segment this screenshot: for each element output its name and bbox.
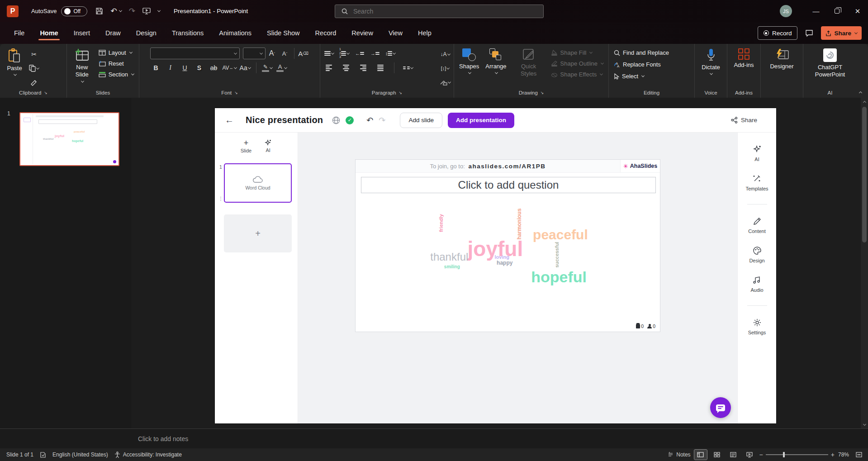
arrange-button[interactable]: Arrange (483, 48, 508, 75)
tab-review[interactable]: Review (344, 25, 381, 41)
user-avatar[interactable]: JS (780, 5, 792, 17)
chat-support-button[interactable] (710, 397, 731, 418)
numbering-button[interactable]: 123 (338, 48, 350, 59)
tab-draw[interactable]: Draw (98, 25, 128, 41)
zoom-slider-track[interactable] (766, 454, 828, 455)
reset-button[interactable]: Reset (96, 59, 136, 68)
fit-to-window-button[interactable] (853, 450, 865, 460)
zoom-level[interactable]: 78% (838, 451, 849, 458)
columns-button[interactable] (402, 62, 414, 74)
change-case-button[interactable]: Aa (239, 62, 251, 74)
addin-slide-thumbnail[interactable]: Word Cloud (224, 163, 292, 203)
justify-button[interactable] (375, 62, 386, 74)
comments-button[interactable] (802, 26, 816, 40)
paste-button[interactable]: Paste (3, 48, 26, 77)
notes-placeholder[interactable]: Click to add notes (138, 435, 188, 442)
strikethrough-button[interactable]: ab (208, 62, 220, 74)
language-button[interactable]: English (United States) (52, 451, 108, 458)
copy-button[interactable] (28, 62, 40, 74)
line-spacing-button[interactable]: ↕ (384, 48, 396, 59)
question-input[interactable]: Click to add question (361, 177, 656, 193)
scroll-down-icon[interactable] (861, 420, 868, 428)
add-slide-button[interactable]: Add slide (400, 113, 442, 128)
zoom-slider-thumb[interactable] (783, 452, 785, 457)
clear-formatting-button[interactable]: A⌫ (298, 48, 309, 59)
shape-effects-button[interactable]: Shape Effects (549, 70, 606, 79)
add-presentation-button[interactable]: Add presentation (448, 113, 514, 128)
undo-button[interactable]: ↶ (110, 6, 121, 16)
addin-ai-button[interactable]: AI (264, 139, 272, 153)
tab-animations[interactable]: Animations (211, 25, 259, 41)
scroll-up-icon[interactable] (861, 99, 868, 106)
format-painter-button[interactable] (28, 76, 40, 88)
font-dialog-launcher[interactable]: ↘ (234, 90, 238, 95)
slide-options-kebab-icon[interactable]: ⋮ (218, 196, 223, 202)
search-input[interactable] (353, 8, 525, 15)
restore-button[interactable] (826, 0, 847, 22)
text-highlight-button[interactable]: ✎ (261, 62, 273, 74)
shape-outline-button[interactable]: Shape Outline (549, 59, 606, 68)
new-slide-button[interactable]: New Slide (70, 48, 95, 84)
sidebar-item-templates[interactable]: Templates (745, 174, 768, 191)
start-slideshow-button[interactable] (142, 8, 151, 15)
collapse-ribbon-button[interactable] (859, 88, 862, 96)
replace-fonts-button[interactable]: AA Replace Fonts (612, 60, 671, 69)
customize-toolbar-chevron-icon[interactable] (158, 10, 160, 12)
autosave-toggle[interactable]: Off (61, 6, 87, 16)
slide-thumbnail[interactable]: joyful peaceful thankful hopeful (19, 112, 119, 166)
tab-home[interactable]: Home (32, 25, 66, 41)
search-bar[interactable] (335, 5, 544, 18)
shape-fill-button[interactable]: Shape Fill (549, 48, 606, 57)
share-button[interactable]: Share (821, 26, 862, 40)
slideshow-view-button[interactable] (743, 450, 756, 460)
align-left-button[interactable] (323, 62, 335, 74)
font-size-combo[interactable] (243, 48, 266, 59)
add-new-slide-placeholder[interactable]: + (224, 214, 292, 252)
minimize-button[interactable]: — (806, 0, 826, 22)
notes-pane[interactable]: Click to add notes (0, 428, 868, 448)
underline-button[interactable]: U (179, 62, 191, 74)
quick-styles-button[interactable]: Quick Styles (511, 48, 547, 79)
addin-share-button[interactable]: Share (731, 117, 757, 124)
align-center-button[interactable] (340, 62, 352, 74)
notes-toggle-button[interactable]: Notes (668, 451, 690, 458)
tab-view[interactable]: View (381, 25, 410, 41)
designer-button[interactable]: Designer (767, 48, 797, 71)
tab-slide-show[interactable]: Slide Show (259, 25, 308, 41)
sidebar-item-content[interactable]: Content (748, 216, 766, 234)
sidebar-item-ai[interactable]: AI (752, 144, 762, 162)
addin-undo-button[interactable]: ↶ (366, 115, 373, 125)
tab-record[interactable]: Record (308, 25, 344, 41)
font-name-combo[interactable] (150, 48, 240, 59)
chatgpt-button[interactable]: ChatGPT PowerPoint (806, 48, 854, 80)
clipboard-dialog-launcher[interactable]: ↘ (44, 90, 47, 95)
convert-smartart-button[interactable] (439, 76, 451, 88)
close-button[interactable]: ✕ (847, 0, 868, 22)
increase-indent-button[interactable]: → (369, 48, 381, 59)
font-color-button[interactable]: A (276, 62, 288, 74)
globe-icon[interactable] (332, 116, 340, 124)
character-spacing-button[interactable]: AV↔ (223, 62, 237, 74)
bullets-button[interactable] (323, 48, 335, 59)
addins-button[interactable]: Add-ins (730, 48, 757, 70)
bold-button[interactable]: B (150, 62, 162, 74)
text-direction-button[interactable]: ↓A (439, 48, 451, 60)
dictate-button[interactable]: Dictate (698, 48, 723, 76)
addin-new-slide-button[interactable]: + Slide (241, 139, 251, 153)
scrollbar-thumb[interactable] (862, 107, 867, 242)
reading-view-button[interactable] (727, 450, 740, 460)
vertical-scrollbar[interactable] (861, 98, 868, 428)
powerpoint-app-icon[interactable]: P (7, 5, 19, 17)
paragraph-dialog-launcher[interactable]: ↘ (399, 90, 403, 95)
tab-insert[interactable]: Insert (66, 25, 98, 41)
slide-card[interactable]: To join, go to: ahaslides.com/AR1PB ✳ Ah… (355, 159, 660, 332)
align-right-button[interactable] (357, 62, 369, 74)
presentation-title[interactable]: Nice presentation (246, 115, 323, 125)
record-button[interactable]: Record (758, 26, 798, 40)
text-shadow-button[interactable]: S (194, 62, 205, 74)
section-button[interactable]: Section (96, 70, 136, 79)
align-text-button[interactable]: [↕] (439, 62, 451, 74)
layout-button[interactable]: Layout (96, 48, 136, 57)
redo-button[interactable]: ↷ (129, 6, 135, 16)
save-button[interactable] (95, 7, 103, 15)
